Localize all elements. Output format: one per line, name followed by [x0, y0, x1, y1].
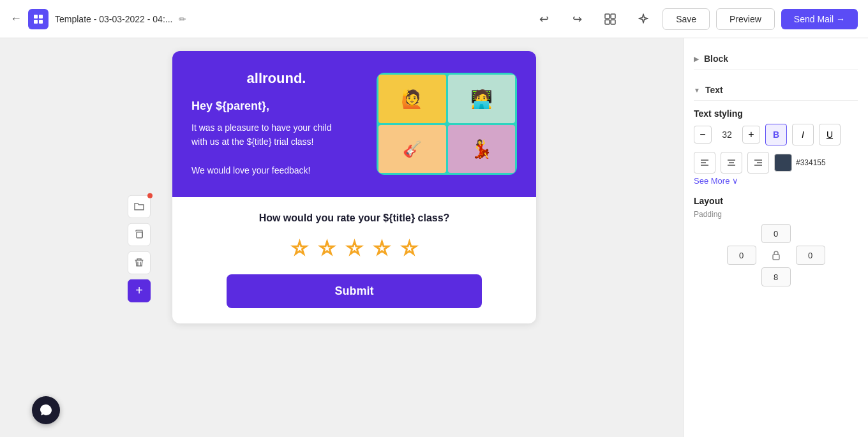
illustration-cell-3: 🎸 [378, 125, 446, 174]
color-hex-label: #334155 [796, 158, 826, 167]
star-3[interactable]: ☆ [346, 237, 363, 259]
svg-rect-4 [137, 232, 142, 237]
template-icon-button[interactable] [599, 8, 622, 31]
magic-button[interactable] [632, 8, 655, 31]
edit-title-button[interactable]: ✏ [179, 14, 186, 24]
chat-bubble[interactable] [32, 396, 60, 424]
font-size-control: − 32 + [694, 126, 760, 144]
email-preview: allround. Hey ${parent}, It was a pleasu… [172, 51, 536, 323]
block-chevron-icon: ▶ [694, 56, 699, 63]
copy-icon-button[interactable] [128, 223, 151, 246]
email-body-section: How would you rate your ${title} class? … [172, 197, 536, 323]
send-mail-button[interactable]: Send Mail → [781, 9, 858, 29]
app-logo [28, 9, 49, 29]
align-right-button[interactable] [747, 152, 769, 174]
padding-bottom-input[interactable] [761, 267, 791, 286]
main-layout: + allround. Hey ${parent}, It was a plea… [0, 38, 868, 437]
padding-lock-icon[interactable] [767, 246, 786, 265]
block-section-header[interactable]: ▶ Block [694, 48, 858, 70]
preview-button[interactable]: Preview [716, 8, 775, 30]
add-block-button[interactable]: + [128, 279, 151, 302]
brand-logo: allround. [191, 70, 361, 87]
align-color-row: #334155 [694, 152, 858, 174]
svg-rect-14 [773, 255, 779, 260]
star-5[interactable]: ☆ [401, 237, 418, 259]
font-size-value: 32 [714, 130, 740, 140]
illustration-cell-4: 💃 [448, 125, 516, 174]
right-panel: ▶ Block ▼ Text Text styling − 32 + [683, 38, 868, 437]
svg-rect-2 [605, 20, 610, 24]
svg-rect-1 [611, 14, 615, 19]
align-left-button[interactable] [694, 152, 715, 174]
email-header-text: allround. Hey ${parent}, It was a pleasu… [191, 70, 361, 178]
star-2[interactable]: ☆ [318, 237, 336, 259]
star-1[interactable]: ☆ [291, 237, 308, 259]
email-greeting: Hey ${parent}, [191, 100, 361, 113]
text-section: ▼ Text Text styling − 32 + B I U [694, 80, 858, 186]
layout-label: Layout [694, 196, 858, 206]
canvas-area: + allround. Hey ${parent}, It was a plea… [0, 38, 683, 437]
padding-label: Padding [694, 210, 858, 219]
topbar-center: ↩ ↪ [532, 8, 655, 31]
text-label: Text [705, 85, 723, 95]
rating-title: How would you rate your ${title} class? [188, 212, 521, 224]
padding-left-input[interactable] [727, 246, 756, 265]
illustration-cell-2: 🧑‍💻 [448, 75, 516, 123]
delete-icon-button[interactable] [128, 251, 151, 274]
underline-button[interactable]: U [819, 124, 841, 145]
star-rating: ☆ ☆ ☆ ☆ ☆ [188, 237, 521, 259]
email-header: allround. Hey ${parent}, It was a pleasu… [172, 51, 536, 197]
text-styling-label: Text styling [694, 108, 858, 119]
color-swatch[interactable] [774, 154, 792, 172]
email-body: It was a pleasure to have your child wit… [191, 121, 361, 178]
text-chevron-icon: ▼ [694, 87, 700, 94]
back-button[interactable]: ← [10, 12, 22, 26]
align-center-button[interactable] [721, 152, 742, 174]
submit-button[interactable]: Submit [227, 274, 482, 308]
svg-rect-0 [605, 14, 610, 19]
bold-button[interactable]: B [765, 124, 787, 145]
template-title: Template - 03-03-2022 - 04:... [55, 14, 172, 24]
topbar-right: Save Preview Send Mail → [662, 8, 858, 30]
font-size-decrease[interactable]: − [694, 126, 712, 144]
star-4[interactable]: ☆ [373, 237, 391, 259]
redo-button[interactable]: ↪ [565, 8, 588, 31]
undo-button[interactable]: ↩ [532, 8, 555, 31]
block-section: ▶ Block [694, 48, 858, 70]
email-illustration: 🙋 🧑‍💻 🎸 💃 [377, 73, 517, 175]
layout-section: Layout Padding [694, 196, 858, 286]
topbar: ← Template - 03-03-2022 - 04:... ✏ ↩ ↪ S… [0, 0, 868, 38]
font-size-increase[interactable]: + [742, 126, 760, 144]
folder-icon-button[interactable] [128, 195, 151, 218]
svg-rect-3 [611, 20, 615, 24]
topbar-left: ← Template - 03-03-2022 - 04:... ✏ [10, 9, 525, 29]
block-label: Block [704, 54, 728, 64]
see-more-button[interactable]: See More ∨ [694, 176, 858, 186]
padding-right-input[interactable] [796, 246, 825, 265]
chevron-down-icon: ∨ [732, 176, 738, 186]
text-section-header[interactable]: ▼ Text [694, 80, 858, 101]
save-button[interactable]: Save [662, 8, 710, 30]
italic-button[interactable]: I [792, 124, 814, 145]
font-controls-row: − 32 + B I U [694, 124, 858, 145]
illustration-cell-1: 🙋 [378, 75, 446, 123]
padding-top-input[interactable] [761, 224, 791, 243]
